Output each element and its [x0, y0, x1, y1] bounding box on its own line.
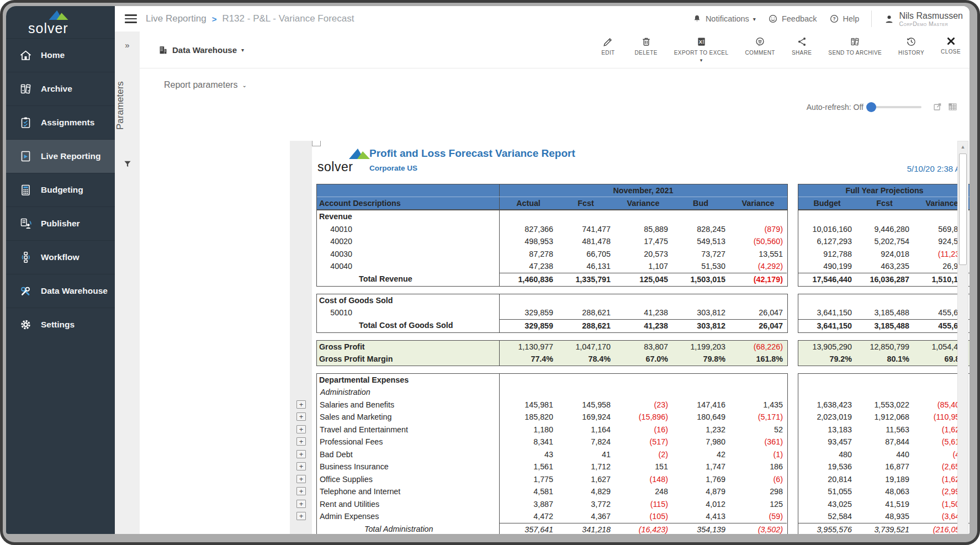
- row-label: Professional Fees: [317, 436, 500, 448]
- column-group-full-year: Full Year Projections: [798, 184, 970, 197]
- table-row-account: 912,788924,018(11,230): [798, 248, 970, 261]
- send-to-archive-button[interactable]: SEND TO ARCHIVE: [828, 36, 882, 56]
- export-to-excel-button[interactable]: X EXPORT TO EXCEL ▾: [674, 36, 729, 63]
- table-cell: 16,036,287: [856, 273, 913, 286]
- expand-row-button[interactable]: +: [296, 400, 306, 409]
- help-button[interactable]: ? Help: [829, 14, 860, 24]
- expand-row-button[interactable]: +: [296, 425, 306, 433]
- sidebar-item-data-warehouse[interactable]: Data Warehouse: [6, 274, 115, 308]
- vertical-scrollbar[interactable]: ▲ ▼: [957, 141, 968, 534]
- auto-refresh-knob[interactable]: [866, 102, 876, 112]
- edit-button[interactable]: EDIT: [598, 36, 618, 56]
- report-parameters-dropdown[interactable]: Report parameters ⌄: [164, 80, 247, 90]
- table-row-section: Departmental Expenses: [317, 374, 787, 387]
- excel-icon: X: [696, 36, 707, 47]
- table-row-total: 3,641,1503,185,488455,662: [798, 319, 970, 332]
- help-icon: ?: [829, 14, 839, 24]
- table-cell: 828,245: [672, 223, 729, 236]
- table-cell: [729, 386, 787, 399]
- open-in-designer-icon[interactable]: [933, 102, 942, 112]
- parameters-rail: » Parameters: [115, 31, 140, 534]
- vertical-scroll-thumb[interactable]: [959, 154, 967, 265]
- grid-view-icon[interactable]: [948, 102, 957, 112]
- expand-row-button[interactable]: +: [296, 512, 306, 520]
- sidebar-item-workflow[interactable]: Workflow: [6, 240, 115, 274]
- row-label: Bad Debt: [317, 448, 500, 461]
- row-label: 40030Maintenance Revenue: [317, 248, 500, 261]
- table-row-expense: Business Insurance1,5611,7121511,747186+: [317, 461, 787, 473]
- publisher-icon: [17, 216, 34, 231]
- breadcrumb-live-reporting[interactable]: Live Reporting: [146, 13, 206, 24]
- user-role: CorpDemo Master: [899, 20, 963, 27]
- share-button[interactable]: SHARE: [792, 36, 812, 56]
- user-name: Nils Rasmussen: [899, 11, 963, 20]
- table-cell: 288,621: [557, 306, 615, 319]
- scroll-up-icon[interactable]: ▲: [958, 142, 967, 151]
- table-cell: [798, 386, 856, 399]
- expand-row-button[interactable]: +: [296, 475, 306, 483]
- table-row-account: 50010COGS - Product Sales329,859288,6214…: [317, 306, 787, 319]
- table-cell: (5,171): [729, 411, 787, 424]
- table-cell: 125: [729, 498, 787, 511]
- sidebar-item-settings[interactable]: Settings: [6, 308, 115, 341]
- auto-refresh-control: Auto-refresh: Off: [807, 102, 957, 112]
- report-subtitle: Corporate US: [369, 164, 417, 172]
- expand-row-button[interactable]: +: [296, 462, 306, 470]
- table-cell: (517): [615, 436, 672, 448]
- table-cell: 9,446,280: [856, 223, 913, 236]
- sidebar-item-publisher[interactable]: Publisher: [6, 207, 115, 240]
- table-cell: 41,519: [856, 498, 913, 511]
- expand-row-button[interactable]: +: [296, 450, 306, 458]
- parameters-rail-label[interactable]: Parameters: [115, 56, 140, 155]
- table-cell: 12,850,799: [856, 341, 913, 353]
- row-label: Admin Expenses: [317, 510, 500, 523]
- table-cell: 186: [729, 461, 787, 473]
- auto-refresh-slider[interactable]: [868, 106, 921, 108]
- close-button[interactable]: CLOSE: [941, 36, 961, 55]
- table-cell: 4,012: [672, 498, 729, 511]
- table-cell: 4,413: [672, 510, 729, 523]
- table-cell: (115): [615, 498, 672, 511]
- comment-icon: [755, 36, 765, 47]
- expand-row-button[interactable]: +: [296, 487, 306, 495]
- table-cell: 1,199,203: [672, 341, 729, 353]
- delete-button[interactable]: DELETE: [634, 36, 657, 56]
- table-row-subsection: [798, 386, 970, 399]
- table-row-expense: Telephone and Internet4,5814,8292484,879…: [317, 485, 787, 498]
- table-cell: 298: [729, 485, 787, 498]
- table-cell: 248: [615, 485, 672, 498]
- table-cell: 13,183: [798, 424, 856, 436]
- table-cell: 2,023,019: [798, 411, 856, 424]
- chevron-down-icon: ▾: [753, 16, 756, 22]
- sidebar-item-archive[interactable]: Archive: [6, 72, 115, 105]
- table-cell: 52,584: [798, 510, 856, 523]
- feedback-button[interactable]: Feedback: [768, 14, 817, 24]
- breadcrumb-separator-icon: >: [212, 14, 217, 24]
- sidebar-item-home[interactable]: Home: [6, 38, 115, 72]
- table-cell: 1,912,068: [856, 411, 913, 424]
- comment-button[interactable]: COMMENT: [745, 36, 775, 56]
- table-row-expense: Travel and Entertainment1,1801,164(16)1,…: [317, 424, 787, 436]
- top-bar: Live Reporting > R132 - P&L - Variance F…: [115, 6, 970, 32]
- notifications-button[interactable]: Notifications ▾: [692, 14, 756, 24]
- expand-parameters-icon[interactable]: »: [115, 40, 140, 50]
- table-row-expense: Professional Fees8,3417,824(517)7,980(36…: [317, 436, 787, 448]
- sidebar-item-assignments[interactable]: Assignments: [6, 105, 115, 139]
- table-cell: 125,045: [615, 273, 672, 286]
- expand-row-button[interactable]: +: [296, 437, 306, 446]
- window-frame: solver Home Archive Assignments Live Rep…: [0, 0, 980, 545]
- filter-funnel-icon[interactable]: [115, 160, 140, 168]
- table-row-account: 490,199463,23526,964: [798, 260, 970, 273]
- sidebar-item-live-reporting[interactable]: Live Reporting: [6, 139, 115, 173]
- data-source-dropdown[interactable]: Data Warehouse ▾: [158, 45, 244, 55]
- row-label: Cost of Goods Sold: [317, 294, 500, 307]
- table-row-expense: 43,02541,519(1,506): [798, 498, 970, 511]
- sidebar-item-budgeting[interactable]: Budgeting: [6, 173, 115, 207]
- user-menu[interactable]: Nils Rasmussen CorpDemo Master: [884, 11, 965, 27]
- menu-icon[interactable]: [125, 12, 137, 25]
- history-button[interactable]: HISTORY: [898, 36, 924, 56]
- report-toolbar: Data Warehouse ▾ EDIT DELETE X EXPORT TO…: [140, 31, 970, 68]
- table-cell: [798, 210, 856, 223]
- expand-row-button[interactable]: +: [296, 412, 306, 421]
- expand-row-button[interactable]: +: [296, 500, 306, 508]
